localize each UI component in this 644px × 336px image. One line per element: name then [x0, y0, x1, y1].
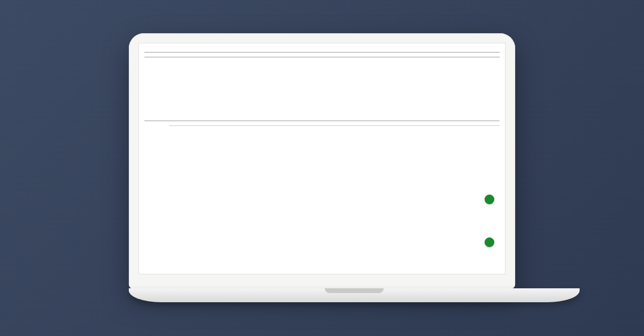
nav-back-button[interactable]: [485, 195, 494, 204]
dashboard-screen: [138, 43, 506, 274]
legend-panel: [419, 58, 500, 117]
chart-performance-by-agency-stacked: [144, 125, 500, 190]
nav-forward-button[interactable]: [485, 237, 494, 247]
chart-performance-by-agency-grouped: [144, 58, 419, 117]
laptop-mock: [129, 33, 515, 303]
